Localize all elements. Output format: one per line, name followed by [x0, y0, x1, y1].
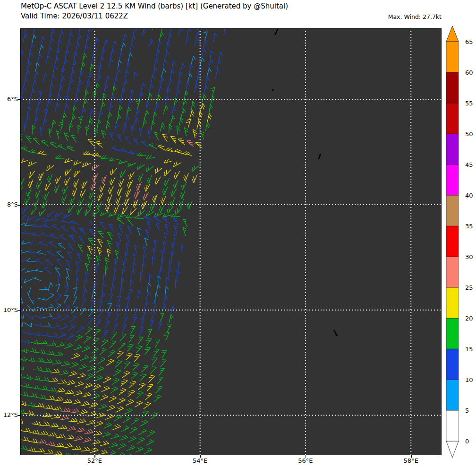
x-tick-mark	[411, 455, 412, 458]
wind-barb-map	[20, 28, 442, 455]
colorbar: 05101520253035404550556065	[444, 24, 476, 463]
y-tick-label: 6°S	[0, 95, 18, 103]
colorbar-segment	[446, 380, 459, 410]
x-tick-label: 58°E	[397, 457, 425, 465]
colorbar-segment	[446, 287, 459, 318]
colorbar-tick-label: 25	[465, 284, 473, 291]
colorbar-segment	[446, 318, 459, 349]
y-tick-mark	[18, 415, 20, 416]
y-tick-mark	[18, 205, 20, 206]
x-tick-label: 56°E	[291, 457, 320, 465]
colorbar-tick-label: 10	[465, 376, 473, 383]
colorbar-tick-label: 35	[465, 223, 473, 230]
colorbar-under-arrow	[446, 441, 459, 458]
figure: MetOp-C ASCAT Level 2 12.5 KM Wind (barb…	[0, 0, 476, 468]
x-tick-label: 54°E	[186, 457, 214, 465]
colorbar-tick-label: 20	[465, 315, 473, 322]
colorbar-segment	[446, 257, 459, 287]
x-tick-mark	[94, 455, 95, 458]
colorbar-tick-label: 40	[465, 192, 473, 199]
colorbar-tick-label: 15	[465, 346, 473, 353]
max-wind-label: Max. Wind: 27.7kt	[388, 13, 442, 20]
x-tick-label: 52°E	[80, 457, 109, 465]
colorbar-segment	[446, 410, 459, 441]
y-tick-label: 12°S	[0, 411, 18, 419]
colorbar-tick-label: 50	[465, 130, 473, 138]
valid-time-label: Valid Time: 2026/03/11 0622Z	[21, 12, 128, 20]
x-tick-mark	[306, 455, 306, 458]
colorbar-segment	[446, 134, 459, 165]
plot-title: MetOp-C ASCAT Level 2 12.5 KM Wind (barb…	[21, 2, 288, 10]
colorbar-segment	[446, 72, 459, 103]
y-tick-label: 10°S	[0, 306, 18, 314]
colorbar-tick-label: 5	[465, 407, 469, 414]
colorbar-over-arrow	[446, 26, 459, 42]
colorbar-segment	[446, 226, 459, 257]
colorbar-tick-label: 65	[465, 38, 473, 45]
x-tick-mark	[200, 455, 201, 458]
colorbar-tick-label: 60	[465, 69, 473, 76]
colorbar-tick-label: 0	[465, 438, 469, 445]
y-tick-mark	[18, 310, 20, 311]
colorbar-segment	[446, 195, 459, 226]
colorbar-tick-label: 55	[465, 100, 473, 107]
colorbar-tick-label: 45	[465, 161, 473, 168]
y-tick-mark	[18, 99, 20, 100]
colorbar-tick-label: 30	[465, 253, 473, 260]
colorbar-segment	[446, 165, 459, 195]
colorbar-segment	[446, 349, 459, 380]
colorbar-segment	[446, 103, 459, 134]
colorbar-segment	[446, 42, 459, 72]
y-tick-label: 8°S	[0, 201, 18, 208]
